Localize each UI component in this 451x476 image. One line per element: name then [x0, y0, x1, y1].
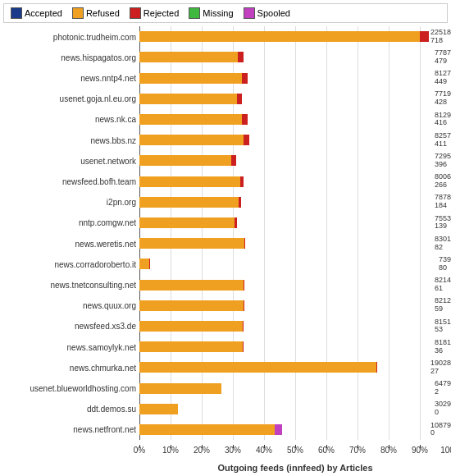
y-label-16: news.chmurka.net — [70, 363, 136, 372]
bar-seg-refused-11 — [139, 259, 149, 269]
rejected-num-7: 266 — [435, 181, 451, 190]
bar-row-4: 8129416 — [139, 109, 451, 130]
spooled-legend-label: Spooled — [257, 8, 290, 18]
rejected-num-11: 80 — [439, 264, 451, 272]
bar-row-5: 8257411 — [139, 130, 451, 150]
bar-row-3: 7719428 — [139, 89, 451, 109]
bar-seg-rejected-7 — [240, 176, 244, 187]
rejected-legend-label: Rejected — [144, 8, 179, 18]
bar-seg-rejected-6 — [231, 155, 236, 166]
accepted-legend-color — [11, 7, 22, 19]
refused-legend-label: Refused — [86, 8, 120, 18]
bar-row-0: 22518718 — [139, 26, 451, 47]
bar-seg-rejected-10 — [244, 238, 245, 249]
bar-seg-refused-18 — [139, 404, 178, 414]
bar-seg-refused-15 — [139, 341, 243, 352]
refused-legend-color — [72, 7, 84, 19]
legend-item-refused: Refused — [72, 7, 120, 19]
bar-seg-refused-6 — [139, 155, 231, 166]
y-label-1: news.hispagatos.org — [61, 53, 136, 62]
bar-row-18: 30290 — [139, 399, 451, 419]
bar-row-9: 7553139 — [139, 213, 451, 233]
y-label-0: photonic.trudheim.com — [53, 32, 136, 41]
bar-row-14: 815153 — [139, 316, 451, 336]
bar-seg-rejected-2 — [242, 73, 248, 84]
rejected-num-16: 27 — [430, 368, 451, 376]
y-label-10: news.weretis.net — [75, 239, 136, 248]
bar-seg-rejected-15 — [243, 341, 244, 352]
bar-seg-rejected-4 — [242, 114, 247, 125]
y-label-4: news.nk.ca — [95, 115, 136, 124]
bar-seg-rejected-11 — [149, 259, 150, 269]
y-label-2: news.nntp4.net — [80, 74, 136, 83]
rejected-num-13: 59 — [435, 305, 451, 314]
bar-seg-refused-17 — [139, 383, 221, 394]
bar-row-13: 821259 — [139, 295, 451, 316]
bar-seg-refused-3 — [139, 94, 237, 104]
y-label-19: news.netfront.net — [73, 425, 136, 434]
bar-row-11: 73980 — [139, 254, 451, 274]
bar-seg-refused-9 — [139, 217, 235, 228]
bar-seg-spooled-19 — [275, 424, 281, 435]
x-axis-title: Outgoing feeds (innfeed) by Articles — [139, 463, 451, 476]
legend-item-spooled: Spooled — [244, 7, 290, 19]
y-label-5: news.bbs.nz — [90, 135, 136, 144]
rejected-legend-color — [130, 7, 141, 19]
rejected-num-18: 0 — [435, 409, 451, 417]
bar-seg-rejected-3 — [237, 94, 243, 104]
bar-seg-refused-14 — [139, 321, 243, 332]
bar-seg-refused-1 — [139, 52, 238, 62]
bar-seg-refused-19 — [139, 424, 275, 435]
y-label-13: news.quux.org — [83, 301, 136, 310]
rejected-num-5: 411 — [435, 140, 451, 149]
bar-seg-rejected-1 — [238, 52, 244, 62]
bar-seg-rejected-12 — [244, 280, 244, 291]
y-label-18: ddt.demos.su — [87, 405, 136, 414]
bar-seg-refused-2 — [139, 73, 242, 84]
bar-row-10: 830182 — [139, 233, 451, 254]
bar-row-2: 8127449 — [139, 67, 451, 88]
chart-container: AcceptedRefusedRejectedMissingSpooled ph… — [0, 0, 451, 476]
bar-seg-refused-16 — [139, 362, 376, 373]
rejected-num-9: 139 — [435, 222, 451, 231]
rejected-num-0: 718 — [430, 37, 451, 45]
legend-item-rejected: Rejected — [130, 7, 179, 19]
bar-seg-rejected-14 — [243, 321, 244, 332]
legend: AcceptedRefusedRejectedMissingSpooled — [3, 3, 448, 23]
y-label-15: news.samoylyk.net — [67, 342, 136, 351]
bar-seg-refused-7 — [139, 176, 240, 187]
rejected-num-1: 479 — [435, 57, 451, 66]
bar-seg-refused-5 — [139, 135, 244, 145]
y-label-9: nntp.comgw.net — [79, 218, 136, 227]
bar-seg-rejected-8 — [239, 197, 241, 208]
bar-row-6: 7295396 — [139, 150, 451, 171]
y-label-12: news.tnetconsulting.net — [50, 281, 136, 290]
rejected-num-17: 2 — [435, 388, 451, 396]
bar-seg-rejected-5 — [244, 135, 248, 145]
y-axis-labels: photonic.trudheim.comnews.hispagatos.org… — [0, 26, 139, 440]
bar-seg-rejected-9 — [235, 217, 236, 228]
legend-item-accepted: Accepted — [11, 7, 62, 19]
bar-row-16: 1902827 — [139, 357, 451, 378]
bar-seg-refused-0 — [139, 31, 420, 42]
y-label-6: usenet.network — [80, 156, 136, 165]
y-label-8: i2pn.org — [107, 198, 136, 207]
y-label-7: newsfeed.bofh.team — [62, 177, 136, 186]
bar-seg-refused-8 — [139, 197, 239, 208]
x-axis-label-10: 100% — [440, 446, 451, 455]
rejected-num-10: 82 — [435, 244, 451, 252]
rejected-num-19: 0 — [430, 429, 451, 437]
rejected-num-15: 36 — [435, 347, 451, 355]
rejected-num-12: 61 — [435, 285, 451, 293]
rejected-num-6: 396 — [435, 161, 451, 169]
bar-seg-rejected-0 — [420, 31, 429, 42]
bar-row-8: 7878184 — [139, 192, 451, 213]
rejected-num-3: 428 — [435, 98, 451, 107]
bar-area: 2251871877874798127449771942881294168257… — [139, 26, 451, 440]
y-label-14: newsfeed.xs3.de — [75, 322, 136, 331]
bar-seg-refused-10 — [139, 238, 244, 249]
y-label-11: news.corradoroberto.it — [55, 259, 137, 268]
y-label-17: usenet.blueworldhosting.com — [30, 384, 136, 393]
missing-legend-color — [189, 7, 200, 19]
bar-row-15: 818136 — [139, 336, 451, 357]
